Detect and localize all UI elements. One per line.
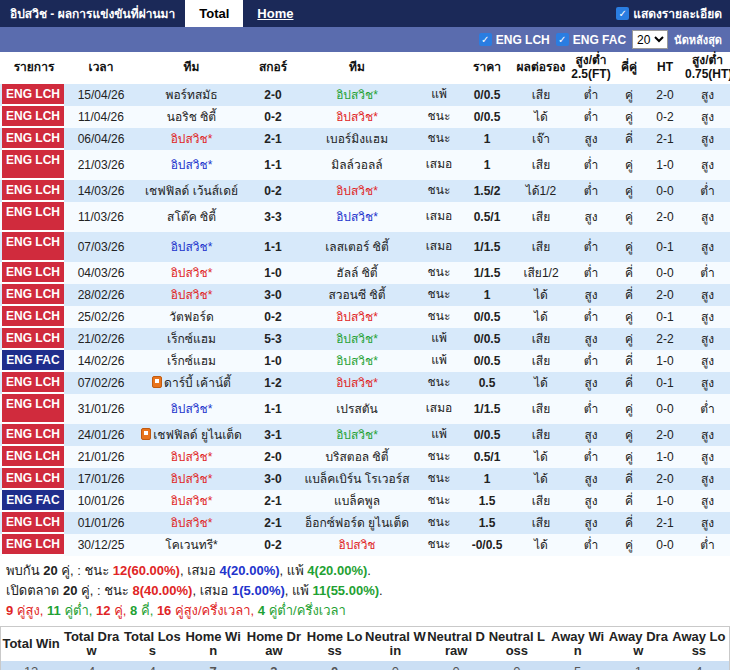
away-team-label: แบล็คเบิร์น โรเวอร์ส [304, 472, 409, 486]
final-score: 1-0 [249, 350, 297, 372]
checkbox-checked-icon[interactable]: ✓ [616, 7, 629, 20]
away-team: สวอนซี ซิตี้ [297, 284, 417, 306]
home-team-label: อิปสวิช* [171, 516, 213, 530]
col-header-odds: ราคา [461, 52, 513, 84]
summary-segment: 11 [47, 603, 61, 618]
away-team: เบอร์มิงแฮม [297, 128, 417, 150]
league-cell: ENG FAC [0, 350, 68, 372]
handicap-odds: 0.5 [461, 372, 513, 394]
league-cell: ENG LCH [0, 468, 68, 490]
stat-count: 3 [244, 661, 305, 670]
league-badge: ENG LCH [2, 106, 64, 128]
over-under-ft: ต่ำ [569, 262, 613, 284]
home-team: อิปสวิช* [134, 284, 249, 306]
ht-score: 1-0 [645, 490, 685, 512]
home-team: เร็กซ์แฮม [134, 328, 249, 350]
final-score: 0-2 [249, 306, 297, 328]
final-score: 5-3 [249, 328, 297, 350]
over-under-ft: ต่ำ [569, 84, 613, 106]
over-under-ft: ต่ำ [569, 180, 613, 202]
away-team: เลสเตอร์ ซิตี้ [297, 232, 417, 262]
recent-matches-label: นัดหลังสุด [674, 31, 722, 49]
match-date: 07/02/26 [68, 372, 134, 394]
match-date: 30/12/25 [68, 534, 134, 556]
summary-segment: , เสมอ [180, 563, 220, 578]
away-team: บริสตอล ซิตี้ [297, 446, 417, 468]
table-row: ENG LCH11/04/26นอริช ซิตี้0-2อิปสวิช*ชนะ… [0, 106, 730, 128]
checkbox-checked-icon[interactable]: ✓ [479, 33, 492, 46]
handicap-result: เสีย [513, 512, 569, 534]
away-team: อิปสวิช* [297, 306, 417, 328]
league-cell: ENG LCH [0, 128, 68, 150]
home-team: เร็กซ์แฮม [134, 350, 249, 372]
away-team-label: อ็อกซ์ฟอร์ด ยูไนเต็ด [305, 516, 409, 530]
checkbox-checked-icon[interactable]: ✓ [556, 33, 569, 46]
match-result: ชนะ [417, 306, 461, 328]
over-under-ft: สูง [569, 284, 613, 306]
details-toggle[interactable]: ✓ แสดงรายละเอียด [608, 0, 730, 27]
filter-eng-lch[interactable]: ✓ ENG LCH [479, 33, 550, 47]
league-badge: ENG LCH [2, 128, 64, 150]
final-score: 3-0 [249, 284, 297, 306]
stat-header: Total Win [1, 626, 62, 661]
summary-segment: 1(5.00%) [232, 583, 285, 598]
table-row: ENG LCH15/04/26พอร์ทสมัธ2-0อิปสวิช*แพ้0/… [0, 84, 730, 106]
final-score: 3-1 [249, 424, 297, 446]
league-cell: ENG LCH [0, 262, 68, 284]
league-cell: ENG LCH [0, 202, 68, 232]
filter-eng-fac[interactable]: ✓ ENG FAC [556, 33, 626, 47]
league-badge: ENG LCH [2, 328, 64, 350]
over-under-ft: สูง [569, 512, 613, 534]
over-under-ft: ต่ำ [569, 306, 613, 328]
handicap-odds: 1.5 [461, 490, 513, 512]
tab-home[interactable]: Home [243, 0, 307, 27]
league-cell: ENG LCH [0, 372, 68, 394]
away-team: อ็อกซ์ฟอร์ด ยูไนเต็ด [297, 512, 417, 534]
tab-total[interactable]: Total [185, 0, 243, 27]
handicap-odds: 1 [461, 150, 513, 180]
match-result: ชนะ [417, 446, 461, 468]
home-team: อิปสวิช* [134, 468, 249, 490]
handicap-odds: 0.5/1 [461, 446, 513, 468]
stat-header: Away Draw [608, 626, 669, 661]
final-score: 2-1 [249, 490, 297, 512]
stat-header: Home Draw [244, 626, 305, 661]
handicap-odds: 0.5/1 [461, 202, 513, 232]
table-row: ENG LCH14/03/26เชฟฟิลด์ เว้นส์เดย์0-2อิป… [0, 180, 730, 202]
away-team-label: บริสตอล ซิตี้ [325, 450, 388, 464]
match-history-page: อิปสวิช - ผลการแข่งขันที่ผ่านมา Total Ho… [0, 0, 730, 670]
ht-score: 0-2 [645, 106, 685, 128]
summary-segment: 12(60.00%) [113, 563, 180, 578]
match-date: 06/04/26 [68, 128, 134, 150]
over-under-ft: สูง [569, 328, 613, 350]
handicap-odds: 1 [461, 284, 513, 306]
away-team: อิปสวิช* [297, 180, 417, 202]
handicap-result: เสีย [513, 490, 569, 512]
stat-header: Neutral Win [365, 626, 426, 661]
league-badge: ENG LCH [2, 306, 64, 328]
away-team: อิปสวิช* [297, 372, 417, 394]
over-under-ht: สูง [685, 490, 730, 512]
away-team-label: อิปสวิช* [336, 310, 378, 324]
col-header-odd-even: คี่คู่ [613, 52, 645, 84]
filter-eng-fac-label: ENG FAC [573, 33, 626, 47]
filter-eng-lch-label: ENG LCH [496, 33, 550, 47]
over-under-ht: ต่ำ [685, 262, 730, 284]
recent-matches-select[interactable]: 20 [632, 30, 668, 49]
table-row: ENG LCH24/01/26เชฟฟิลด์ ยูไนเต็ด3-1อิปสว… [0, 424, 730, 446]
table-row: ENG LCH06/04/26อิปสวิช*2-1เบอร์มิงแฮมชนะ… [0, 128, 730, 150]
table-row: ENG LCH11/03/26สโต๊ค ซิตี้3-3อิปสวิช*เสม… [0, 202, 730, 232]
home-team-label: เร็กซ์แฮม [167, 354, 216, 368]
match-date: 21/02/26 [68, 328, 134, 350]
match-date: 10/01/26 [68, 490, 134, 512]
stat-count: 0 [487, 661, 548, 670]
home-team-label: อิปสวิช* [171, 402, 213, 416]
over-under-ht: ต่ำ [685, 394, 730, 424]
win-draw-loss-table: Total WinTotal DrawTotal LossHome WinHom… [0, 626, 730, 670]
match-result: ชนะ [417, 262, 461, 284]
handicap-result: ได้ [513, 468, 569, 490]
away-team-label: อิปสวิช* [336, 210, 378, 224]
summary-segment: . [367, 563, 371, 578]
away-team-label: สวอนซี ซิตี้ [329, 288, 386, 302]
league-badge: ENG LCH [2, 84, 64, 106]
